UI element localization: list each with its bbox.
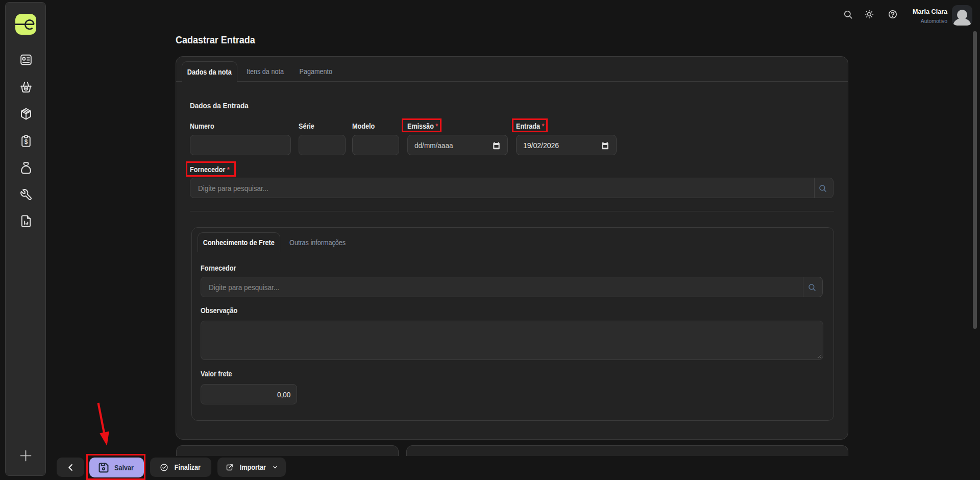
svg-text:$: $	[24, 138, 28, 146]
